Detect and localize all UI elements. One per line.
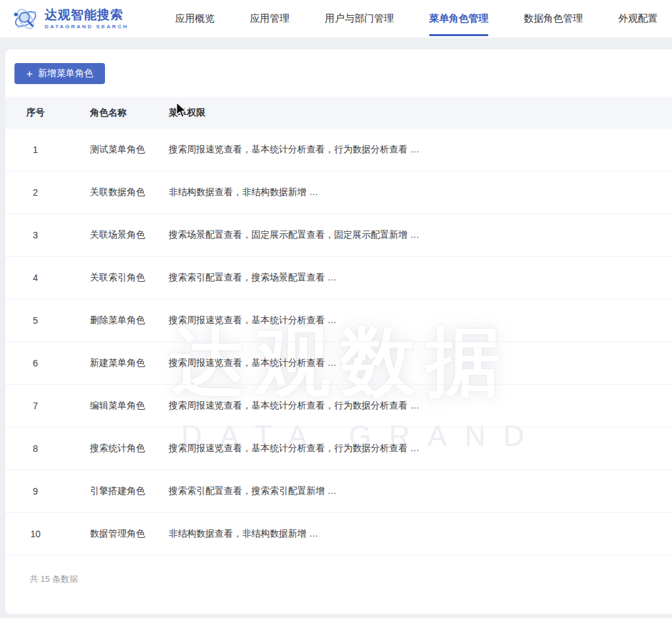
row-index: 8 xyxy=(5,443,66,454)
table-row: 1测试菜单角色搜索周报速览查看，基本统计分析查看，行为数据分析查看 … xyxy=(5,129,672,171)
role-name-cell: 关联场景角色 xyxy=(66,229,169,241)
row-index: 10 xyxy=(5,529,66,539)
brand-subtitle: DATAGRAND SEARCH xyxy=(45,24,129,30)
row-index: 1 xyxy=(5,144,66,155)
header-role-name: 角色名称 xyxy=(66,107,169,119)
table-header-row: 序号 角色名称 菜单权限 xyxy=(5,97,672,129)
table-total-count: 共 15 条数据 xyxy=(5,556,672,585)
row-index: 3 xyxy=(5,230,66,240)
content-panel: 达观数据 DATA GRAND + 新增菜单角色 序号 角色名称 菜单权限 1测… xyxy=(5,49,672,614)
table-row: 3关联场景角色搜索场景配置查看，固定展示配置查看，固定展示配置新增 … xyxy=(5,214,672,257)
table-row: 6新建菜单角色搜索周报速览查看，基本统计分析查看 … xyxy=(5,342,672,385)
menu-permission-cell: 搜索周报速览查看，基本统计分析查看，行为数据分析查看 … xyxy=(169,443,672,454)
toolbar: + 新增菜单角色 xyxy=(5,49,672,84)
role-name-cell: 删除菜单角色 xyxy=(66,315,169,326)
table-row: 7编辑菜单角色搜索周报速览查看，基本统计分析查看，行为数据分析查看 … xyxy=(5,385,672,428)
row-index: 2 xyxy=(5,187,66,198)
role-name-cell: 关联数据角色 xyxy=(66,187,169,198)
menu-permission-cell: 非结构数据查看，非结构数据新增 … xyxy=(169,528,672,540)
role-name-cell: 编辑菜单角色 xyxy=(66,400,169,412)
tab-appearance[interactable]: 外观配置 xyxy=(618,0,658,37)
menu-permission-cell: 搜索周报速览查看，基本统计分析查看，行为数据分析查看 … xyxy=(169,400,672,412)
table-row: 2关联数据角色非结构数据查看，非结构数据新增 … xyxy=(5,171,672,214)
row-index: 6 xyxy=(5,358,66,368)
header-index: 序号 xyxy=(5,107,66,119)
row-index: 7 xyxy=(5,401,66,411)
add-menu-role-label: 新增菜单角色 xyxy=(38,68,93,79)
menu-permission-cell: 搜索周报速览查看，基本统计分析查看 … xyxy=(169,357,672,369)
menu-permission-cell: 搜索场景配置查看，固定展示配置查看，固定展示配置新增 … xyxy=(169,229,672,241)
datagrand-atom-search-icon xyxy=(12,5,39,33)
row-index: 9 xyxy=(5,486,66,497)
top-navigation-bar: 达观智能搜索 DATAGRAND SEARCH 应用概览应用管理用户与部门管理菜… xyxy=(0,0,672,38)
role-name-cell: 搜索统计角色 xyxy=(66,443,169,454)
role-name-cell: 数据管理角色 xyxy=(66,528,169,540)
table-row: 9引擎搭建角色搜索索引配置查看，搜索索引配置新增 … xyxy=(5,470,672,513)
tab-app-manage[interactable]: 应用管理 xyxy=(250,0,289,37)
tab-data-role[interactable]: 数据角色管理 xyxy=(524,0,583,37)
menu-permission-cell: 非结构数据查看，非结构数据新增 … xyxy=(169,187,672,198)
plus-icon: + xyxy=(26,68,33,79)
menu-permission-cell: 搜索周报速览查看，基本统计分析查看 … xyxy=(169,315,672,326)
role-name-cell: 引擎搭建角色 xyxy=(66,485,169,497)
menu-permission-cell: 搜索索引配置查看，搜索索引配置新增 … xyxy=(169,485,672,497)
tab-menu-role[interactable]: 菜单角色管理 xyxy=(429,0,488,37)
add-menu-role-button[interactable]: + 新增菜单角色 xyxy=(14,63,105,84)
menu-permission-cell: 搜索周报速览查看，基本统计分析查看，行为数据分析查看 … xyxy=(169,144,672,156)
role-name-cell: 测试菜单角色 xyxy=(66,144,169,156)
role-name-cell: 关联索引角色 xyxy=(66,272,169,284)
table-row: 5删除菜单角色搜索周报速览查看，基本统计分析查看 … xyxy=(5,299,672,342)
brand-title: 达观智能搜索 xyxy=(45,8,129,22)
tab-user-dept[interactable]: 用户与部门管理 xyxy=(325,0,394,37)
row-index: 4 xyxy=(5,273,66,283)
brand-logo-block[interactable]: 达观智能搜索 DATAGRAND SEARCH xyxy=(0,5,158,33)
table-row: 10数据管理角色非结构数据查看，非结构数据新增 … xyxy=(5,513,672,556)
role-name-cell: 新建菜单角色 xyxy=(66,357,169,369)
menu-permission-cell: 搜索索引配置查看，搜索场景配置查看 … xyxy=(169,272,672,284)
table-row: 4关联索引角色搜索索引配置查看，搜索场景配置查看 … xyxy=(5,257,672,299)
row-index: 5 xyxy=(5,315,66,326)
table-row: 8搜索统计角色搜索周报速览查看，基本统计分析查看，行为数据分析查看 … xyxy=(5,428,672,470)
tab-app-overview[interactable]: 应用概览 xyxy=(175,0,215,37)
header-menu-permission: 菜单权限 xyxy=(169,107,672,119)
table-body: 1测试菜单角色搜索周报速览查看，基本统计分析查看，行为数据分析查看 …2关联数据… xyxy=(5,129,672,556)
menu-role-table: 序号 角色名称 菜单权限 1测试菜单角色搜索周报速览查看，基本统计分析查看，行为… xyxy=(5,97,672,585)
main-nav: 应用概览应用管理用户与部门管理菜单角色管理数据角色管理外观配置 xyxy=(158,0,672,37)
